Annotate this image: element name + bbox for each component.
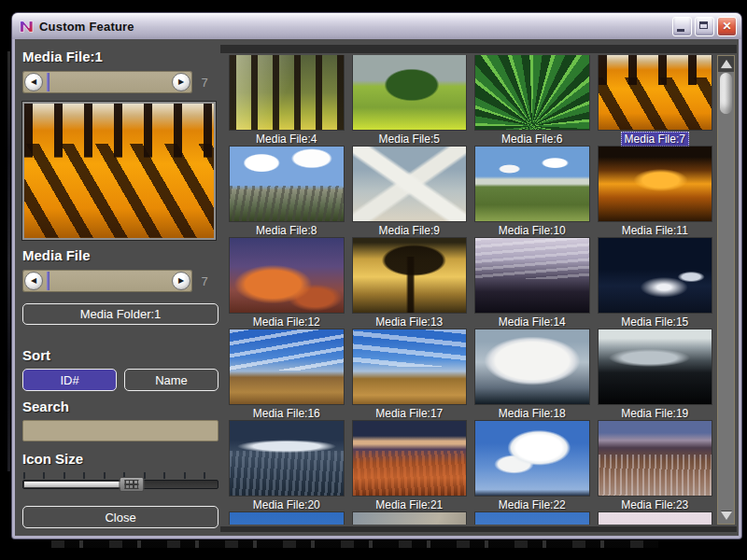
thumbnail-label[interactable]: Media File:12 <box>249 315 324 329</box>
thumbnail-image[interactable] <box>353 329 467 404</box>
media-thumbnail-cell[interactable] <box>475 512 589 525</box>
thumbnail-image[interactable] <box>599 147 712 221</box>
close-window-button[interactable]: ✕ <box>717 17 737 36</box>
media-folder-button[interactable]: Media Folder:1 <box>22 303 218 325</box>
scrollbar-up-arrow-icon[interactable] <box>718 56 734 72</box>
media-thumbnail-cell[interactable] <box>599 512 712 525</box>
media-file-bottom-slider[interactable]: ◀ ▶ <box>22 270 192 292</box>
slider-prev-button[interactable]: ◀ <box>24 272 43 290</box>
thumbnail-label[interactable]: Media File:5 <box>375 133 444 146</box>
media-thumbnail-cell[interactable]: Media File:17 <box>353 329 467 419</box>
thumbnail-label[interactable]: Media File:16 <box>249 407 324 420</box>
thumbnail-label[interactable]: Media File:15 <box>617 315 692 329</box>
thumbnail-image[interactable] <box>599 421 712 496</box>
slider-next-button[interactable]: ▶ <box>172 73 190 91</box>
titlebar[interactable]: Custom Feature ✕ <box>12 13 741 39</box>
search-input[interactable] <box>22 420 218 441</box>
thumbnail-image[interactable] <box>599 329 712 404</box>
thumbnail-image[interactable] <box>353 421 467 496</box>
thumbnail-image[interactable] <box>230 421 344 496</box>
thumbnail-image[interactable] <box>475 421 589 496</box>
media-thumbnail-cell[interactable]: Media File:16 <box>230 329 344 419</box>
thumbnail-image[interactable] <box>230 238 344 313</box>
thumbnail-label[interactable]: Media File:22 <box>495 498 570 511</box>
media-thumbnail-cell[interactable]: Media File:15 <box>599 238 712 328</box>
media-preview-image[interactable] <box>22 102 216 240</box>
sort-by-name-button[interactable]: Name <box>124 369 218 391</box>
thumbnail-label[interactable]: Media File:6 <box>498 133 566 146</box>
slider-next-button[interactable]: ▶ <box>172 272 190 290</box>
thumbnail-image[interactable] <box>353 55 467 130</box>
scrollbar-down-arrow-icon[interactable] <box>718 508 734 524</box>
thumbnail-label[interactable]: Media File:4 <box>252 133 320 146</box>
media-thumbnail-cell[interactable]: Media File:14 <box>475 238 589 328</box>
thumbnail-image[interactable] <box>230 55 344 130</box>
media-thumbnail-cell[interactable]: Media File:4 <box>230 55 344 145</box>
thumbnail-label[interactable]: Media File:7 <box>621 132 689 147</box>
thumbnail-image[interactable] <box>599 55 712 130</box>
thumbnail-label[interactable]: Media File:17 <box>372 407 446 420</box>
thumbnail-label-row: Media File:12 <box>230 314 344 328</box>
minimize-button[interactable] <box>672 17 692 36</box>
media-file-bottom-value: 7 <box>192 274 217 288</box>
maximize-button[interactable] <box>695 17 714 36</box>
media-thumbnail-cell[interactable]: Media File:21 <box>353 421 467 511</box>
media-thumbnail-cell[interactable]: Media File:13 <box>353 238 467 328</box>
thumbnail-image[interactable] <box>353 147 467 221</box>
thumbnail-label[interactable]: Media File:10 <box>495 224 570 237</box>
thumbnail-label[interactable]: Media File:21 <box>372 498 446 511</box>
thumbnail-image[interactable] <box>475 55 589 130</box>
media-thumbnail-cell[interactable]: Media File:5 <box>353 55 467 145</box>
slider-prev-button[interactable]: ◀ <box>24 73 43 91</box>
thumbnail-image[interactable] <box>230 329 344 404</box>
thumbnail-image[interactable] <box>475 238 589 313</box>
thumbnail-label[interactable]: Media File:19 <box>617 407 692 420</box>
media-thumbnail-cell[interactable]: Media File:20 <box>230 421 344 511</box>
thumbnail-label-row: Media File:20 <box>230 497 344 511</box>
thumbnail-label[interactable]: Media File:23 <box>617 498 692 511</box>
thumbnail-image[interactable] <box>353 512 467 525</box>
thumbnail-label[interactable]: Media File:13 <box>372 315 446 329</box>
thumbnail-image[interactable] <box>230 147 344 221</box>
media-grid-area: Media File:4Media File:5Media File:6Medi… <box>220 45 737 532</box>
icon-size-slider[interactable] <box>22 480 218 489</box>
thumbnail-label-row: Media File:21 <box>353 497 467 511</box>
thumbnail-label[interactable]: Media File:18 <box>495 407 570 420</box>
media-thumbnail-cell[interactable] <box>353 512 467 525</box>
media-thumbnail-cell[interactable]: Media File:7 <box>599 55 712 145</box>
media-thumbnail-cell[interactable]: Media File:12 <box>230 238 344 328</box>
thumbnail-label[interactable]: Media File:11 <box>618 224 692 237</box>
thumbnail-image[interactable] <box>475 329 589 404</box>
thumbnail-image[interactable] <box>475 512 589 525</box>
media-thumbnail-cell[interactable]: Media File:18 <box>475 329 589 419</box>
sort-label: Sort <box>22 347 218 363</box>
media-thumbnail-cell[interactable]: Media File:22 <box>475 421 589 511</box>
media-thumbnail-cell[interactable] <box>230 512 344 525</box>
media-thumbnail-cell[interactable]: Media File:19 <box>599 329 712 419</box>
media-thumbnail-cell[interactable]: Media File:11 <box>599 147 712 236</box>
media-thumbnail-cell[interactable]: Media File:10 <box>475 147 589 236</box>
thumbnail-label[interactable]: Media File:9 <box>375 224 444 237</box>
grid-scrollbar[interactable] <box>717 55 735 525</box>
sort-by-id-button[interactable]: ID# <box>22 369 117 391</box>
media-thumbnail-cell[interactable]: Media File:6 <box>475 55 589 145</box>
thumbnail-image[interactable] <box>353 238 467 313</box>
media-file-top-label: Media File:1 <box>22 49 218 64</box>
thumbnail-label[interactable]: Media File:20 <box>249 498 324 511</box>
media-thumbnail-cell[interactable]: Media File:8 <box>230 147 344 236</box>
thumbnail-image[interactable] <box>599 238 712 313</box>
thumbnail-image[interactable] <box>230 512 344 525</box>
media-thumbnail-cell[interactable]: Media File:9 <box>353 147 467 236</box>
thumbnail-label-row: Media File:8 <box>230 222 344 236</box>
thumbnail-label[interactable]: Media File:14 <box>495 315 570 329</box>
media-thumbnail-cell[interactable]: Media File:23 <box>599 421 712 511</box>
media-file-top-slider[interactable]: ◀ ▶ <box>22 71 192 93</box>
thumbnail-image[interactable] <box>475 147 589 221</box>
scrollbar-thumb[interactable] <box>720 73 732 114</box>
app-logo-icon <box>19 19 35 35</box>
thumbnail-image[interactable] <box>599 512 712 525</box>
scrollbar-track[interactable] <box>718 115 734 508</box>
thumbnail-label[interactable]: Media File:8 <box>252 224 320 237</box>
icon-size-slider-handle[interactable] <box>120 477 145 492</box>
close-dialog-button[interactable]: Close <box>22 506 218 528</box>
